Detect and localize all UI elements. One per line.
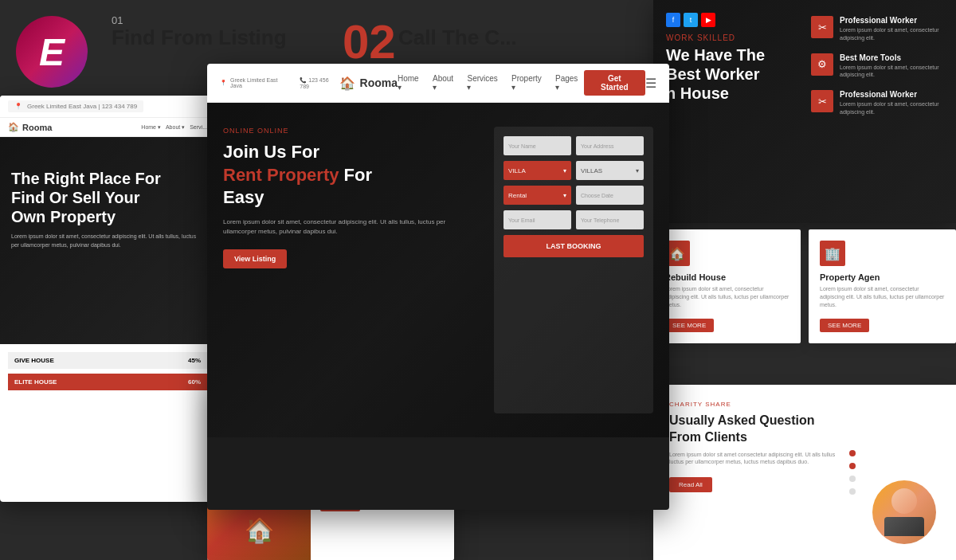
worker-label: WORK SKILLED: [666, 33, 798, 42]
worker-card: f t ▶ WORK SKILLED We Have The Best Work…: [653, 0, 956, 223]
faq-label: CHARITY SHARE: [669, 401, 836, 408]
property-agent-title: Property Agen: [820, 272, 945, 282]
form-row-2: VILLA ▾ VILLAS ▾: [503, 161, 644, 180]
worker-tool-icon-2: ⚙: [811, 53, 833, 76]
twitter-icon[interactable]: t: [684, 13, 698, 27]
type-select[interactable]: VILLA ▾: [503, 161, 571, 180]
feature-desc-3: Lorem ipsum dolor sit amet, consectetur …: [840, 100, 943, 116]
rooma-nav-links: Home ▾ About ▾ Services ▾ Property ▾ Pag…: [398, 74, 584, 92]
name-field[interactable]: Your Name: [503, 136, 571, 155]
faq-left: CHARITY SHARE Usually Asked Question Fro…: [669, 401, 836, 544]
rooma-house-icon: 🏠: [339, 76, 355, 91]
property-agent-card: 🏢 Property Agen Lorem ipsum dolor sit am…: [809, 229, 956, 343]
rental-select[interactable]: Rental ▾: [503, 186, 571, 205]
faq-desc: Lorem ipsum dolor sit amet consectetur a…: [669, 451, 836, 467]
rebuild-house-title: Rebuild House: [664, 272, 789, 282]
feature-desc-2: Lorem ipsum dolor sit amet, consectetur …: [840, 64, 943, 80]
left-hero-title: The Right Place For Find Or Sell Your Ow…: [11, 169, 204, 226]
left-card-logo: 🏠 Rooma: [8, 122, 52, 132]
step-02-number: 02: [343, 14, 396, 69]
email-field[interactable]: Your Email: [503, 210, 571, 229]
faq-dot-3: [849, 476, 856, 482]
rebuild-see-more-button[interactable]: SEE MORE: [664, 319, 714, 332]
get-started-button[interactable]: Get Started: [584, 70, 645, 96]
form-row-3: Rental ▾ Choose Date: [503, 186, 644, 205]
listing-price-1: 45%: [188, 357, 201, 364]
step-01-number: 01: [112, 14, 123, 26]
property-see-more-button[interactable]: SEE MORE: [820, 319, 869, 332]
property-agent-icon: 🏢: [820, 241, 845, 266]
read-all-button[interactable]: Read All: [669, 477, 712, 492]
small-nav-links: Home ▾ About ▾ Servi...: [141, 124, 207, 131]
rooma-nav: 📍 Greek Limited East Java 📞 123 456 789 …: [207, 64, 669, 103]
logo-text: Rooma: [22, 123, 52, 132]
facebook-icon[interactable]: f: [666, 13, 680, 27]
feature-desc-1: Lorem ipsum dolor sit amet, consectetur …: [840, 26, 943, 42]
listing-price-2: 60%: [188, 378, 201, 386]
address-bar: 📍 Greek Limited East Java | 123 434 789: [8, 100, 143, 112]
faq-dot-4: [849, 488, 856, 495]
listing-item-1: GIVE HOUSE 45%: [8, 352, 207, 369]
phone-field[interactable]: Your Telephone: [576, 210, 644, 229]
worker-left: f t ▶ WORK SKILLED We Have The Best Work…: [666, 13, 798, 103]
listing-item-2: ELITE HOUSE 60%: [8, 374, 207, 390]
worker-title: We Have The Best Worker n House: [666, 45, 798, 103]
address-field[interactable]: Your Address: [576, 136, 644, 155]
hero-label: ONLINE ONLINE: [223, 127, 478, 135]
youtube-icon[interactable]: ▶: [701, 13, 715, 27]
worker-tool-icon-1: ✂: [811, 16, 833, 38]
feature-text-1: Professional Worker Lorem ipsum dolor si…: [840, 16, 943, 42]
elementor-logo: E: [16, 16, 88, 88]
faq-title: Usually Asked Question From Clients: [669, 413, 836, 446]
elementor-letter: E: [39, 30, 65, 74]
faq-pagination-dots: [849, 401, 856, 544]
hero-accent: Rent Property: [223, 165, 339, 185]
feature-text-2: Best More Tools Lorem ipsum dolor sit am…: [840, 53, 943, 80]
worker-tool-icon-3: ✂: [811, 90, 833, 112]
form-row-1: Your Name Your Address: [503, 136, 644, 155]
listing-label-2: ELITE HOUSE: [14, 378, 57, 386]
feature-title-3: Professional Worker: [840, 90, 943, 99]
client-avatar: [868, 401, 940, 544]
left-preview-card: 📍 Greek Limited East Java | 123 434 789 …: [0, 96, 215, 502]
booking-form: Your Name Your Address VILLA ▾ VILLAS ▾: [494, 127, 653, 413]
social-links: f t ▶: [666, 13, 798, 27]
rooma-hero: ONLINE ONLINE Join Us For Rent Property …: [207, 103, 669, 437]
house-icon: 🏠: [8, 122, 19, 132]
rebuild-house-card: 🏠 Rebuild House Lorem ipsum dolor sit am…: [653, 229, 801, 343]
feature-text-3: Professional Worker Lorem ipsum dolor si…: [840, 90, 943, 116]
step-01-title: Find From Listing: [112, 25, 287, 50]
rebuild-house-desc: Lorem ipsum dolor sit amet, consectetur …: [664, 285, 789, 308]
avatar-image: [872, 480, 936, 544]
feature-item-1: ✂ Professional Worker Lorem ipsum dolor …: [811, 16, 943, 42]
date-field[interactable]: Choose Date: [576, 186, 644, 205]
hero-left: ONLINE ONLINE Join Us For Rent Property …: [223, 127, 478, 413]
feature-title-2: Best More Tools: [840, 53, 943, 62]
service-cards-row: 🏠 Rebuild House Lorem ipsum dolor sit am…: [653, 229, 956, 343]
map-icon: 📍: [14, 103, 22, 110]
small-nav: 📍 Greek Limited East Java | 123 434 789: [0, 96, 215, 118]
listing-label-1: GIVE HOUSE: [14, 357, 54, 364]
feature-title-1: Professional Worker: [840, 16, 943, 25]
faq-card: CHARITY SHARE Usually Asked Question Fro…: [653, 385, 956, 560]
hamburger-icon[interactable]: ☰: [645, 76, 656, 91]
hero-desc: Lorem ipsum dolor sit amet, consectetur …: [223, 217, 478, 237]
main-preview-card: 📍 Greek Limited East Java 📞 123 456 789 …: [207, 64, 669, 510]
worker-features: ✂ Professional Worker Lorem ipsum dolor …: [811, 13, 943, 116]
booking-submit-button[interactable]: LAST BOOKING: [503, 235, 644, 257]
address-text: Greek Limited East Java | 123 434 789: [27, 103, 137, 110]
view-listing-button[interactable]: View Listing: [223, 249, 287, 268]
rooma-logo-main: 🏠 Rooma: [339, 76, 398, 91]
feature-item-2: ⚙ Best More Tools Lorem ipsum dolor sit …: [811, 53, 943, 80]
left-listings: GIVE HOUSE 45% ELITE HOUSE 60%: [0, 344, 215, 403]
faq-dot-1: [849, 450, 856, 456]
property-agent-desc: Lorem ipsum dolor sit amet, consectetur …: [820, 285, 945, 308]
subtype-select[interactable]: VILLAS ▾: [576, 161, 644, 180]
left-hero-desc: Lorem ipsum dolor sit amet, consectetur …: [11, 233, 204, 249]
left-hero: The Right Place For Find Or Sell Your Ow…: [0, 137, 215, 344]
step-02-title: Call The C...: [398, 25, 517, 50]
map-pin-icon: 📍: [220, 80, 227, 86]
faq-dot-2: [849, 463, 856, 469]
rooma-logo-text: Rooma: [360, 76, 398, 89]
feature-item-3: ✂ Professional Worker Lorem ipsum dolor …: [811, 90, 943, 116]
